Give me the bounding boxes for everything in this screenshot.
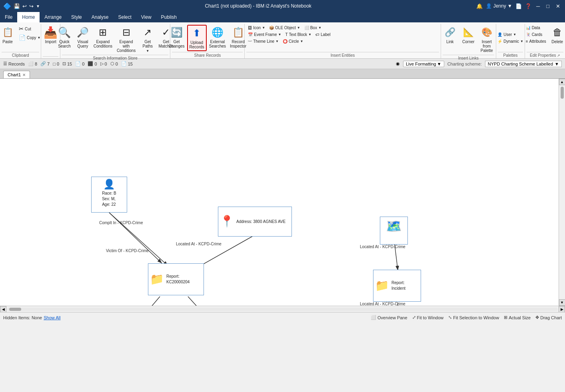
hscroll-track[interactable] bbox=[7, 308, 558, 311]
hscroll-left[interactable]: ◀ bbox=[0, 306, 6, 312]
hscrollbar[interactable]: ◀ ▶ bbox=[0, 306, 565, 312]
box-button[interactable]: ⬜ Box ▼ bbox=[303, 25, 323, 31]
label-button[interactable]: 🏷 Label bbox=[314, 32, 332, 38]
charting-scheme-value-box[interactable]: NYPD Charting Scheme Labelled ▼ bbox=[485, 61, 562, 67]
notification-icon[interactable]: 🔔 bbox=[476, 3, 483, 9]
status-count3: □ 0 bbox=[53, 62, 59, 66]
expand-with-button[interactable]: ⊟ Expand withConditions bbox=[114, 25, 138, 54]
box-dropdown-arrow[interactable]: ▼ bbox=[318, 26, 321, 30]
edge-label-1: Complt In - KCPD-Crime bbox=[99, 221, 143, 225]
menu-arrange[interactable]: Arrange bbox=[40, 12, 66, 22]
actual-size-button[interactable]: ⊞ Actual Size bbox=[504, 315, 531, 320]
theme-line-dropdown-arrow[interactable]: ▼ bbox=[276, 40, 279, 43]
node-report1[interactable]: 📁 Report: KC20000204 bbox=[148, 263, 204, 295]
fit-selection-button[interactable]: ⤡ Fit Selection to Window bbox=[448, 315, 499, 320]
charting-scheme-arrow[interactable]: ▼ bbox=[555, 62, 559, 66]
theme-line-button[interactable]: 〰 Theme Line ▼ bbox=[246, 38, 280, 44]
expand-button[interactable]: ⊞ ExpandConditions bbox=[92, 25, 114, 50]
menu-select[interactable]: Select bbox=[113, 12, 136, 22]
delete-button[interactable]: 🗑 Delete bbox=[549, 25, 565, 45]
cards-button[interactable]: 🃏 Cards bbox=[524, 32, 548, 38]
dynamic-dropdown[interactable]: ▼ bbox=[520, 40, 523, 43]
ole-dropdown-arrow[interactable]: ▼ bbox=[297, 26, 300, 30]
icon-dropdown-arrow[interactable]: ▼ bbox=[262, 26, 265, 30]
menu-publish[interactable]: Publish bbox=[156, 12, 182, 22]
vscrollbar[interactable]: ▲ ▼ bbox=[559, 79, 565, 306]
event-frame-dropdown-arrow[interactable]: ▼ bbox=[278, 33, 281, 36]
paste-button[interactable]: 📋 Paste bbox=[0, 25, 16, 45]
upload-records-button[interactable]: ⬆ UploadRecords bbox=[187, 25, 207, 51]
overview-pane-icon: ⬜ bbox=[371, 315, 376, 320]
node-location3[interactable]: 🗺️ bbox=[380, 217, 408, 245]
insert-from-palette-button[interactable]: 🎨 Insert fromPalette bbox=[478, 25, 495, 54]
person1-text: Race: BSex: M,Age: 22 bbox=[102, 191, 116, 207]
get-paths-button[interactable]: ↗ GetPaths ▼ bbox=[139, 25, 156, 54]
quick-search-button[interactable]: 🔍 QuickSearch bbox=[56, 25, 73, 50]
tab-chart1[interactable]: Chart1 ✕ bbox=[3, 71, 30, 78]
live-formatting-arrow[interactable]: ▼ bbox=[437, 62, 441, 66]
text-block-button[interactable]: T Text Block ▼ bbox=[283, 32, 313, 38]
menu-view[interactable]: View bbox=[136, 12, 156, 22]
user-palette-button[interactable]: 👤 User ▼ bbox=[496, 32, 518, 38]
dynamic-button[interactable]: ⚡ Dynamic ▼ bbox=[496, 38, 525, 44]
vscroll-thumb[interactable] bbox=[561, 87, 564, 99]
label-icon: 🏷 bbox=[315, 32, 319, 37]
get-changes-label: GetChanges bbox=[169, 40, 185, 48]
quick-access-save[interactable]: 💾 bbox=[14, 3, 20, 9]
circle-button[interactable]: ⭕ Circle ▼ bbox=[281, 38, 305, 44]
overview-pane-button[interactable]: ⬜ Overview Pane bbox=[371, 315, 407, 320]
status-right: ◉ Live Formatting ▼ Charting scheme: NYP… bbox=[396, 61, 562, 67]
text-block-dropdown-arrow[interactable]: ▼ bbox=[308, 33, 311, 36]
canvas-area[interactable]: Complt In - KCPD-Crime Victim Of - KCPD-… bbox=[0, 79, 559, 316]
copy-button[interactable]: 📄 Copy ▼ bbox=[17, 34, 42, 42]
menu-analyse[interactable]: Analyse bbox=[87, 12, 114, 22]
menu-style[interactable]: Style bbox=[66, 12, 87, 22]
ole-object-button[interactable]: 📦 OLE Object ▼ bbox=[268, 25, 302, 31]
hscroll-right[interactable]: ▶ bbox=[559, 306, 565, 312]
get-paths-dropdown[interactable]: ▼ bbox=[146, 49, 149, 53]
maximize-btn[interactable]: □ bbox=[545, 2, 551, 10]
vscroll-down[interactable]: ▼ bbox=[559, 299, 565, 306]
fit-selection-icon: ⤡ bbox=[448, 315, 452, 320]
menu-home[interactable]: Home bbox=[17, 12, 40, 22]
event-frame-button[interactable]: 📅 Event Frame ▼ bbox=[246, 32, 283, 38]
fit-to-window-button[interactable]: ⤢ Fit to Window bbox=[412, 315, 444, 320]
drag-chart-button[interactable]: ✥ Drag Chart bbox=[535, 315, 562, 320]
close-btn[interactable]: ✕ bbox=[554, 2, 562, 10]
document-icon[interactable]: 📄 bbox=[515, 3, 522, 9]
help-icon[interactable]: ❓ bbox=[525, 3, 531, 9]
node-address1[interactable]: 📍 Address: 3800 AGNES AVE bbox=[218, 207, 292, 237]
window-title: Chart1 (not uploaded) - IBM i2 Analyst's… bbox=[205, 3, 311, 9]
hscroll-thumb[interactable] bbox=[9, 308, 21, 311]
user-palette-dropdown[interactable]: ▼ bbox=[513, 33, 516, 36]
live-formatting-button[interactable]: Live Formatting ▼ bbox=[403, 61, 444, 67]
visual-query-button[interactable]: 🔎 VisualQuery bbox=[74, 25, 92, 50]
actual-size-icon: ⊞ bbox=[504, 315, 507, 320]
link-button[interactable]: 🔗 Link bbox=[441, 25, 459, 45]
copy-dropdown[interactable]: ▼ bbox=[37, 36, 40, 40]
vscroll-up[interactable]: ▲ bbox=[559, 79, 565, 85]
data-button[interactable]: 📊 Data bbox=[524, 25, 548, 31]
external-searches-button[interactable]: 🌐 ExternalSearches bbox=[208, 25, 228, 50]
tab-label: Chart1 bbox=[8, 72, 21, 77]
count7-value: 0 bbox=[105, 62, 107, 66]
get-paths-icon: ↗ bbox=[141, 26, 154, 39]
menu-file[interactable]: File bbox=[0, 12, 17, 22]
titlebar-left: 🔷 💾 ↩ ↪ ▼ bbox=[3, 2, 40, 10]
tab-close-button[interactable]: ✕ bbox=[22, 73, 26, 77]
quick-access-redo[interactable]: ↪ bbox=[29, 3, 34, 9]
quick-access-more[interactable]: ▼ bbox=[36, 4, 40, 8]
quick-access-undo[interactable]: ↩ bbox=[22, 3, 27, 9]
address1-icon: 📍 bbox=[220, 215, 234, 228]
get-changes-button[interactable]: 🔄 GetChanges bbox=[167, 25, 186, 50]
icon-dropdown-button[interactable]: 🖼 Icon ▼ bbox=[246, 25, 267, 31]
minimize-btn[interactable]: ─ bbox=[535, 2, 541, 10]
user-menu[interactable]: 👤 Jenny ▼ bbox=[486, 3, 512, 9]
node-report2[interactable]: 📁 Report: Incident bbox=[373, 270, 421, 302]
attributes-button[interactable]: ≡ Attributes bbox=[524, 38, 548, 44]
show-all-button[interactable]: Show All bbox=[44, 315, 60, 320]
circle-dropdown-arrow[interactable]: ▼ bbox=[300, 40, 303, 43]
cut-button[interactable]: ✂ Cut bbox=[17, 25, 42, 33]
node-person1[interactable]: 👤 Race: BSex: M,Age: 22 bbox=[91, 177, 127, 213]
corner-button[interactable]: 📐 Corner bbox=[459, 25, 477, 45]
